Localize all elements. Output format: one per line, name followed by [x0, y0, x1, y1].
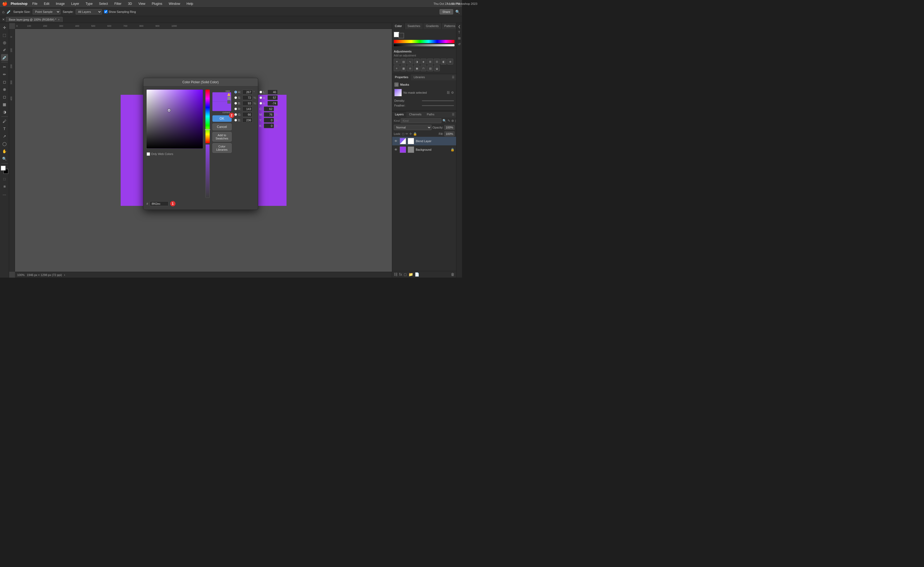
history-brush[interactable]: ⊗: [1, 86, 8, 93]
show-sampling-ring-checkbox[interactable]: [104, 10, 108, 14]
adj-vibrance[interactable]: ◈: [420, 59, 426, 65]
sample-size-select[interactable]: Point Sample 3 by 3 Average 5 by 5 Avera…: [33, 9, 60, 15]
a-radio[interactable]: [260, 96, 262, 99]
tab-layers[interactable]: Layers: [392, 111, 406, 117]
blue-radio[interactable]: [234, 119, 237, 121]
foreground-color-swatch[interactable]: [1, 166, 6, 170]
add-to-swatches-button[interactable]: Add to Swatches: [212, 132, 232, 141]
zoom-tool[interactable]: 🔍: [1, 155, 8, 162]
blue-input[interactable]: [242, 117, 252, 122]
layer-visibility-blend[interactable]: 👁: [394, 139, 398, 143]
eyedropper-tool[interactable]: 💉: [6, 10, 11, 14]
sample-select[interactable]: All Layers Current Layer: [76, 9, 102, 15]
eraser-tool[interactable]: ◻: [1, 93, 8, 101]
cancel-button[interactable]: Cancel: [212, 123, 232, 130]
grey-ramp[interactable]: [394, 44, 454, 46]
layer-item-blend[interactable]: 👁 Blend Layer: [392, 137, 456, 145]
bg-color-box[interactable]: [399, 33, 404, 38]
adj-color-lookup[interactable]: ▦: [400, 65, 406, 71]
home-icon[interactable]: ⌂: [2, 10, 4, 14]
lock-transparent-icon[interactable]: ◻: [402, 132, 405, 136]
history-edge-icon[interactable]: ↺: [457, 42, 462, 47]
layer-visibility-background[interactable]: 👁: [394, 147, 398, 152]
close-tab-icon[interactable]: ✕: [2, 18, 5, 21]
adj-levels[interactable]: ▤: [400, 59, 406, 65]
web-safe-icon[interactable]: ⬚: [227, 96, 231, 99]
add-mask-icon[interactable]: ◻: [404, 272, 407, 277]
screen-mode-tool[interactable]: ⊞: [1, 183, 8, 190]
lock-pixels-icon[interactable]: ✏: [405, 132, 408, 136]
tab-libraries[interactable]: Libraries: [411, 74, 428, 80]
menu-plugins[interactable]: Plugins: [150, 2, 164, 6]
tab-swatches[interactable]: Swatches: [405, 23, 423, 29]
lock-position-icon[interactable]: ✛: [409, 132, 412, 136]
hex-input[interactable]: [150, 201, 168, 206]
adj-curves[interactable]: ∿: [407, 59, 413, 65]
menu-layer[interactable]: Layer: [69, 2, 81, 6]
eyedropper-tool-left[interactable]: 💉: [1, 54, 8, 61]
create-group-icon[interactable]: 📁: [408, 272, 413, 277]
move-tool[interactable]: ✛: [1, 24, 8, 31]
color-ramp[interactable]: [394, 40, 454, 43]
path-selection-tool[interactable]: ↗: [1, 133, 8, 140]
saturation-radio[interactable]: [234, 96, 237, 99]
artboard-icon[interactable]: ⊞: [457, 36, 462, 41]
hue-radio[interactable]: [234, 90, 237, 93]
b2-radio[interactable]: [260, 102, 262, 104]
gamut-warning-icon[interactable]: [227, 93, 231, 96]
y-input[interactable]: [264, 117, 274, 122]
density-slider[interactable]: [422, 101, 454, 101]
tab-close-btn[interactable]: ×: [58, 18, 59, 21]
adjust-layer-icon[interactable]: ⊕: [451, 119, 454, 123]
new-color-swatch[interactable]: ⬚ ⬚: [212, 92, 231, 101]
mask-link-icon[interactable]: ⛓: [447, 91, 450, 95]
menu-photoshop[interactable]: Photoshop: [11, 2, 27, 6]
adj-brightness[interactable]: ☀: [394, 59, 400, 65]
menu-help[interactable]: Help: [185, 2, 195, 6]
add-effect-icon[interactable]: fx: [399, 272, 402, 277]
lasso-tool[interactable]: ◎: [1, 39, 8, 46]
collapse-icon[interactable]: ❮: [457, 24, 462, 29]
create-layer-icon[interactable]: 📄: [415, 272, 419, 277]
tab-gradients[interactable]: Gradients: [423, 23, 442, 29]
more-tools[interactable]: …: [1, 190, 8, 197]
apple-icon[interactable]: 🍎: [2, 1, 8, 6]
brush-tool[interactable]: ✏: [1, 71, 8, 78]
only-web-colors-checkbox[interactable]: [147, 152, 150, 155]
a-input[interactable]: [267, 95, 278, 100]
clone-tool[interactable]: ◻: [1, 78, 8, 86]
hue-input[interactable]: [242, 89, 252, 94]
adj-bw[interactable]: ◧: [441, 59, 447, 65]
quick-mask-tool[interactable]: ⬚: [1, 175, 8, 182]
adj-posterize[interactable]: ▣: [414, 65, 420, 71]
text-tool-edge[interactable]: T: [457, 30, 462, 35]
red-radio[interactable]: [234, 107, 237, 110]
hue-bar[interactable]: [206, 89, 210, 143]
saturation-input[interactable]: [242, 95, 252, 100]
menu-image[interactable]: Image: [54, 2, 66, 6]
b2-input[interactable]: [267, 101, 278, 105]
l-input[interactable]: [267, 89, 278, 94]
menu-type[interactable]: Type: [84, 2, 94, 6]
crop-tool[interactable]: ✐: [1, 47, 8, 54]
fill-input[interactable]: [444, 131, 454, 136]
menu-3d[interactable]: 3D: [126, 2, 134, 6]
menu-filter[interactable]: Filter: [112, 2, 123, 6]
pen-tool[interactable]: 🖋: [1, 118, 8, 125]
link-layers-icon[interactable]: ⛓: [394, 272, 398, 277]
search-icon[interactable]: 🔍: [455, 10, 460, 14]
document-tab[interactable]: Base layer.jpeg @ 100% (RGB/8#) * ×: [6, 17, 63, 22]
healing-tool[interactable]: ✂: [1, 63, 8, 71]
color-mode-icon[interactable]: ⬚: [227, 100, 231, 103]
properties-options-icon[interactable]: ☰: [450, 74, 456, 80]
hand-tool[interactable]: ✋: [1, 148, 8, 155]
adj-exposure[interactable]: ◑: [414, 59, 420, 65]
text-tool[interactable]: T: [1, 125, 8, 132]
color-field[interactable]: [147, 89, 203, 148]
new-layer-icon[interactable]: ✎: [447, 119, 450, 123]
layer-item-background[interactable]: 👁 Background 🔒: [392, 145, 456, 154]
red-input[interactable]: [242, 106, 252, 111]
brightness-input[interactable]: [242, 101, 252, 105]
adj-photo-filter[interactable]: ⊕: [447, 59, 453, 65]
feather-slider[interactable]: [422, 105, 454, 106]
